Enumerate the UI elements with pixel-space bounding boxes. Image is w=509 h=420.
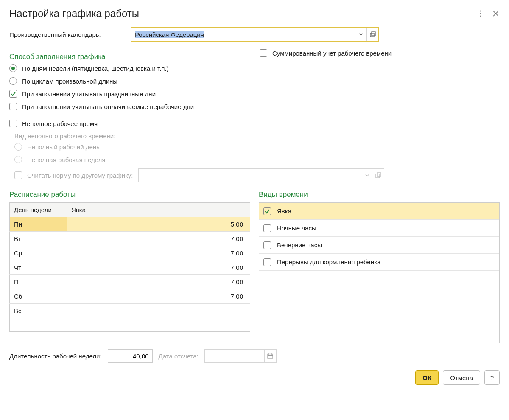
value-cell[interactable]: 7,00 xyxy=(67,275,250,289)
radio-part-day-label: Неполный рабочий день xyxy=(27,143,100,151)
checkbox-paid-nonwork[interactable] xyxy=(9,103,17,110)
table-row[interactable]: Вс xyxy=(10,304,250,318)
table-row[interactable]: Чт 7,00 xyxy=(10,260,250,275)
list-item[interactable]: Вечерние часы xyxy=(259,237,499,254)
help-button[interactable]: ? xyxy=(484,370,500,385)
checkbox-time-type[interactable] xyxy=(263,258,271,266)
time-types-title: Виды времени xyxy=(259,190,500,199)
checkbox-norm-other xyxy=(14,171,22,179)
list-item[interactable]: Ночные часы xyxy=(259,220,499,237)
value-cell[interactable]: 7,00 xyxy=(67,232,250,246)
checkbox-time-type[interactable] xyxy=(263,207,271,215)
more-icon[interactable] xyxy=(477,10,484,17)
svg-rect-3 xyxy=(370,33,374,37)
checkbox-summarized-label: Суммированный учет рабочего времени xyxy=(272,50,392,57)
calendar-icon xyxy=(264,350,276,362)
norm-other-select xyxy=(138,168,384,182)
calendar-select[interactable]: Российская Федерация xyxy=(131,27,379,42)
chevron-down-icon[interactable] xyxy=(355,28,366,41)
checkbox-holidays[interactable] xyxy=(9,90,17,98)
svg-point-2 xyxy=(480,15,481,17)
day-cell: Ср xyxy=(10,246,67,260)
table-row[interactable]: Вт 7,00 xyxy=(10,232,250,246)
day-cell: Вт xyxy=(10,232,67,246)
day-cell: Сб xyxy=(10,289,67,304)
radio-part-day xyxy=(14,143,22,151)
open-icon xyxy=(373,169,384,182)
checkbox-holidays-label: При заполнении учитывать праздничные дни xyxy=(22,90,156,98)
svg-rect-6 xyxy=(377,173,381,176)
svg-rect-4 xyxy=(372,32,375,36)
value-cell[interactable] xyxy=(67,304,250,318)
svg-point-0 xyxy=(480,10,481,11)
value-cell[interactable]: 7,00 xyxy=(67,289,250,304)
part-time-type-label: Вид неполного рабочего времени: xyxy=(14,132,500,140)
chevron-down-icon xyxy=(362,169,373,182)
day-cell: Пт xyxy=(10,275,67,289)
close-icon[interactable] xyxy=(492,10,500,17)
fill-method-title: Способ заполнения графика xyxy=(9,53,247,61)
svg-rect-7 xyxy=(268,354,273,359)
start-date-value: . . xyxy=(205,353,264,360)
radio-part-week xyxy=(14,156,22,163)
calendar-value: Российская Федерация xyxy=(135,31,204,38)
time-type-label: Вечерние часы xyxy=(277,241,322,249)
radio-by-cycles-label: По циклам произвольной длины xyxy=(22,78,117,85)
checkbox-norm-other-label: Считать норму по другому графику: xyxy=(27,172,133,179)
svg-point-1 xyxy=(480,13,481,14)
start-date-label: Дата отсчета: xyxy=(159,353,199,360)
table-row[interactable]: Ср 7,00 xyxy=(10,246,250,260)
time-type-label: Перерывы для кормления ребенка xyxy=(277,258,380,266)
value-cell[interactable]: 7,00 xyxy=(67,246,250,260)
list-item[interactable]: Явка xyxy=(259,203,499,220)
list-item[interactable]: Перерывы для кормления ребенка xyxy=(259,254,499,271)
col-attendance[interactable]: Явка xyxy=(67,203,250,217)
start-date-input: . . xyxy=(204,349,277,363)
checkbox-time-type[interactable] xyxy=(263,241,271,249)
day-cell: Чт xyxy=(10,260,67,275)
time-type-label: Ночные часы xyxy=(277,224,316,232)
table-row[interactable]: Сб 7,00 xyxy=(10,289,250,304)
checkbox-part-time[interactable] xyxy=(9,120,17,127)
value-cell[interactable]: 7,00 xyxy=(67,260,250,275)
value-cell[interactable]: 5,00 xyxy=(67,217,250,232)
radio-part-week-label: Неполная рабочая неделя xyxy=(27,156,105,163)
schedule-table[interactable]: День недели Явка Пн 5,00 Вт 7,00 Ср 7,00 xyxy=(9,202,250,332)
checkbox-paid-nonwork-label: При заполнении учитывать оплачиваемые не… xyxy=(22,103,194,110)
checkbox-part-time-label: Неполное рабочее время xyxy=(22,120,98,127)
time-types-list[interactable]: Явка Ночные часы Вечерние часы Перерывы … xyxy=(259,202,500,343)
day-cell: Вс xyxy=(10,304,67,318)
checkbox-summarized[interactable] xyxy=(260,49,267,57)
week-duration-input[interactable] xyxy=(108,349,153,363)
schedule-title: Расписание работы xyxy=(9,190,250,199)
svg-rect-5 xyxy=(376,174,380,178)
radio-by-cycles[interactable] xyxy=(9,77,17,85)
ok-button[interactable]: ОК xyxy=(415,370,439,385)
col-day[interactable]: День недели xyxy=(10,203,67,217)
calendar-label: Производственный календарь: xyxy=(9,31,124,38)
cancel-button[interactable]: Отмена xyxy=(443,370,480,385)
day-cell: Пн xyxy=(10,217,67,232)
time-type-label: Явка xyxy=(277,207,291,215)
checkbox-time-type[interactable] xyxy=(263,224,271,232)
page-title: Настройка графика работы xyxy=(9,8,139,20)
table-row[interactable]: Пн 5,00 xyxy=(10,217,250,232)
open-icon[interactable] xyxy=(366,28,378,41)
radio-by-weekdays-label: По дням недели (пятидневка, шестидневка … xyxy=(22,65,169,72)
week-duration-label: Длительность рабочей недели: xyxy=(9,353,102,360)
radio-by-weekdays[interactable] xyxy=(9,64,17,72)
table-row[interactable]: Пт 7,00 xyxy=(10,275,250,289)
